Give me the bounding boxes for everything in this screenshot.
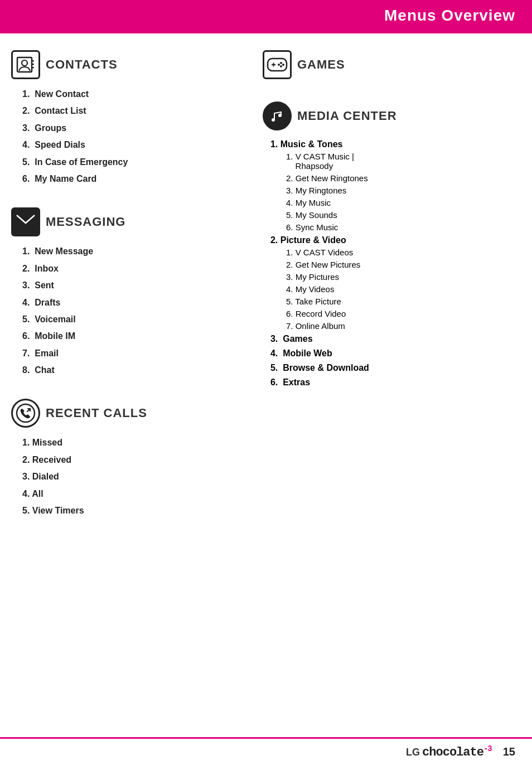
svg-point-6 xyxy=(17,404,35,422)
list-item: 8. Chat xyxy=(22,364,246,376)
list-item: 6. Record Video xyxy=(286,309,521,318)
list-item: 5. Browse & Download xyxy=(270,363,521,373)
list-item: 4. Speed Dials xyxy=(22,139,246,151)
music-tones-sublist: 1. V CAST Music | Rhapsody 2. Get New Ri… xyxy=(270,152,521,232)
list-item: 2. Received xyxy=(22,454,246,466)
list-item: 7. Online Album xyxy=(286,321,521,331)
list-item: 2. Get New Pictures xyxy=(286,260,521,269)
page-number: 15 xyxy=(503,745,515,758)
messaging-header: Messaging xyxy=(11,207,246,236)
messaging-list: 1. New Message 2. Inbox 3. Sent 4. Draft… xyxy=(11,245,246,376)
messaging-icon xyxy=(11,207,40,236)
svg-point-13 xyxy=(278,64,280,66)
contacts-title: Contacts xyxy=(46,57,118,72)
list-item: 5. Voicemail xyxy=(22,313,246,326)
footer: LG chocolate-3 15 xyxy=(0,737,532,765)
list-item: 4. Drafts xyxy=(22,297,246,309)
media-center-icon xyxy=(263,101,292,130)
svg-point-16 xyxy=(278,114,282,117)
list-item: 5. My Sounds xyxy=(286,210,521,220)
svg-rect-2 xyxy=(31,60,34,62)
media-center-title: Media Center xyxy=(297,109,397,123)
media-center-list: 1. Music & Tones 1. V CAST Music | Rhaps… xyxy=(263,139,521,388)
contacts-icon xyxy=(11,50,40,79)
list-item: 3. Groups xyxy=(22,122,246,134)
list-item: 1. V CAST Music | Rhapsody xyxy=(286,152,521,171)
recent-calls-icon xyxy=(11,399,40,428)
list-item: 7. Email xyxy=(22,347,246,360)
brand-sup: -3 xyxy=(483,744,492,753)
contacts-header: Contacts xyxy=(11,50,246,79)
list-item: 4. My Videos xyxy=(286,284,521,294)
picture-video-sublist: 1. V CAST Videos 2. Get New Pictures 3. … xyxy=(270,248,521,331)
brand-lg: LG xyxy=(406,747,420,758)
header-title: Menus Overview xyxy=(384,7,515,24)
brand-chocolate: chocolate-3 xyxy=(422,744,492,759)
svg-point-12 xyxy=(280,65,282,67)
games-header: Games xyxy=(263,50,521,79)
list-item: 5. Take Picture xyxy=(286,297,521,306)
list-item: 1. Missed xyxy=(22,437,246,449)
recent-calls-title: Recent Calls xyxy=(46,406,147,420)
music-tones-item: 1. Music & Tones 1. V CAST Music | Rhaps… xyxy=(270,139,521,232)
list-item: 6. Sync Music xyxy=(286,222,521,232)
brand-logo: LG chocolate-3 xyxy=(406,744,492,759)
list-item: 3. Sent xyxy=(22,279,246,292)
svg-point-10 xyxy=(280,62,282,64)
games-icon xyxy=(263,50,292,79)
list-item: 3. Dialed xyxy=(22,471,246,483)
picture-video-item: 2. Picture & Video 1. V CAST Videos 2. G… xyxy=(270,235,521,331)
right-column: Games Media Center xyxy=(257,50,521,539)
games-section: Games xyxy=(263,50,521,79)
contacts-section: Contacts 1. New Contact 2. Contact List … xyxy=(11,50,246,185)
list-item: 2. Inbox xyxy=(22,263,246,275)
recent-calls-section: Recent Calls 1. Missed 2. Received 3. Di… xyxy=(11,399,246,517)
list-item: 2. Contact List xyxy=(22,105,246,117)
media-center-header: Media Center xyxy=(263,101,521,130)
list-item: 5. View Timers xyxy=(22,505,246,517)
list-item: 6. Extras xyxy=(270,377,521,388)
list-item: 3. My Pictures xyxy=(286,272,521,282)
main-content: Contacts 1. New Contact 2. Contact List … xyxy=(0,33,532,550)
svg-point-15 xyxy=(272,118,275,122)
messaging-title: Messaging xyxy=(46,215,125,229)
list-item: 3. My Ringtones xyxy=(286,186,521,195)
list-item: 1. New Message xyxy=(22,245,246,258)
recent-calls-list: 1. Missed 2. Received 3. Dialed 4. All 5… xyxy=(11,437,246,517)
svg-point-14 xyxy=(267,106,287,126)
list-item: 1. New Contact xyxy=(22,88,246,100)
list-item: 3. Games xyxy=(270,334,521,344)
footer-content: LG chocolate-3 15 xyxy=(0,739,532,765)
list-item: 4. Mobile Web xyxy=(270,348,521,359)
list-item: 4. My Music xyxy=(286,198,521,207)
picture-video-label: 2. Picture & Video xyxy=(270,235,346,245)
messaging-section: Messaging 1. New Message 2. Inbox 3. Sen… xyxy=(11,207,246,376)
media-center-section: Media Center 1. Music & Tones 1. V CAST … xyxy=(263,101,521,388)
list-item: 5. In Case of Emergency xyxy=(22,156,246,168)
list-item: 4. All xyxy=(22,488,246,500)
contacts-list: 1. New Contact 2. Contact List 3. Groups… xyxy=(11,88,246,185)
svg-rect-4 xyxy=(31,67,34,69)
svg-rect-3 xyxy=(31,64,34,65)
list-item: 2. Get New Ringtones xyxy=(286,173,521,183)
list-item: 6. My Name Card xyxy=(22,173,246,185)
list-item: 6. Mobile IM xyxy=(22,330,246,342)
left-column: Contacts 1. New Contact 2. Contact List … xyxy=(11,50,257,539)
music-tones-label: 1. Music & Tones xyxy=(270,139,343,149)
svg-point-11 xyxy=(282,64,284,66)
games-title: Games xyxy=(297,57,345,72)
page-header: Menus Overview xyxy=(0,0,532,31)
list-item: 1. V CAST Videos xyxy=(286,248,521,257)
recent-calls-header: Recent Calls xyxy=(11,399,246,428)
svg-point-1 xyxy=(22,60,27,66)
